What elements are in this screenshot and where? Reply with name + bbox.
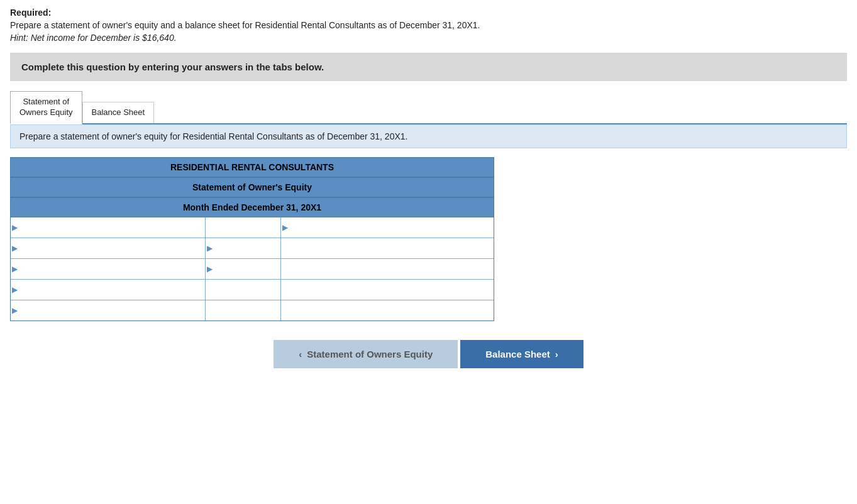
required-text: Prepare a statement of owner's equity an… (10, 20, 847, 30)
required-title: Required: (10, 8, 847, 18)
hint-text: Hint: Net income for December is $16,640… (10, 33, 847, 43)
statement-table: RESIDENTIAL RENTAL CONSULTANTS Statement… (10, 157, 494, 321)
bottom-nav: ‹ Statement of Owners Equity Balance She… (10, 340, 847, 368)
next-icon: › (555, 349, 558, 359)
row2-right-cell (281, 238, 363, 258)
row3-mid-input[interactable] (206, 259, 280, 279)
row5-label-cell: ▶ (11, 300, 206, 320)
prev-button[interactable]: ‹ Statement of Owners Equity (274, 340, 458, 368)
row2-right-input[interactable] (281, 238, 363, 258)
row5-right-input[interactable] (281, 300, 363, 320)
table-header-1: RESIDENTIAL RENTAL CONSULTANTS (10, 157, 494, 177)
row4-mid-input[interactable] (206, 280, 280, 300)
next-label: Balance Sheet (485, 349, 550, 359)
row1-label-input[interactable] (11, 217, 205, 238)
row3-label-input[interactable] (11, 259, 205, 279)
required-section: Required: Prepare a statement of owner's… (10, 8, 847, 43)
row1-mid-input[interactable] (206, 217, 280, 238)
tab-statement-line1: Statement of (23, 97, 69, 106)
tabs-container: Statement of Owners Equity Balance Sheet (10, 91, 847, 124)
row5-label-input[interactable] (11, 300, 205, 320)
table-row: ▶ ▶ (11, 217, 494, 238)
tab-balance-sheet[interactable]: Balance Sheet (82, 102, 155, 123)
row2-label-input[interactable] (11, 238, 205, 258)
table-row: ▶ (11, 300, 494, 320)
table-row: ▶ (11, 280, 494, 300)
row1-mid-cell (206, 217, 281, 238)
row4-right-input[interactable] (281, 280, 363, 300)
row2-label-cell: ▶ (11, 238, 206, 258)
row5-right-cell (281, 300, 363, 320)
row3-mid-cell: ▶ (206, 259, 281, 279)
tab-statement-line2: Owners Equity (19, 107, 73, 117)
row1-right-cell: ▶ (281, 217, 363, 238)
row2-mid-input[interactable] (206, 238, 280, 258)
instruction-text: Prepare a statement of owner's equity fo… (19, 131, 407, 141)
row1-right-input[interactable] (281, 217, 363, 238)
table-row: ▶ ▶ (11, 238, 494, 259)
prev-icon: ‹ (299, 349, 302, 359)
row3-right-cell (281, 259, 363, 279)
next-button[interactable]: Balance Sheet › (460, 340, 583, 368)
row4-mid-cell (206, 280, 281, 300)
table-body: ▶ ▶ ▶ ▶ (10, 217, 494, 321)
prev-label: Statement of Owners Equity (307, 349, 433, 359)
row1-label-cell: ▶ (11, 217, 206, 238)
complete-banner-text: Complete this question by entering your … (21, 62, 324, 72)
row4-label-cell: ▶ (11, 280, 206, 300)
complete-banner: Complete this question by entering your … (10, 53, 847, 81)
row4-label-input[interactable] (11, 280, 205, 300)
table-header-2: Statement of Owner's Equity (10, 177, 494, 197)
row2-mid-cell: ▶ (206, 238, 281, 258)
table-header-3: Month Ended December 31, 20X1 (10, 197, 494, 217)
row5-mid-cell (206, 300, 281, 320)
tab-statement-owners-equity[interactable]: Statement of Owners Equity (10, 91, 82, 124)
row5-mid-input[interactable] (206, 300, 280, 320)
table-row: ▶ ▶ (11, 259, 494, 280)
row3-right-input[interactable] (281, 259, 363, 279)
tab-balance-label: Balance Sheet (92, 107, 145, 117)
instruction-bar: Prepare a statement of owner's equity fo… (10, 124, 847, 148)
row4-right-cell (281, 280, 363, 300)
row3-label-cell: ▶ (11, 259, 206, 279)
